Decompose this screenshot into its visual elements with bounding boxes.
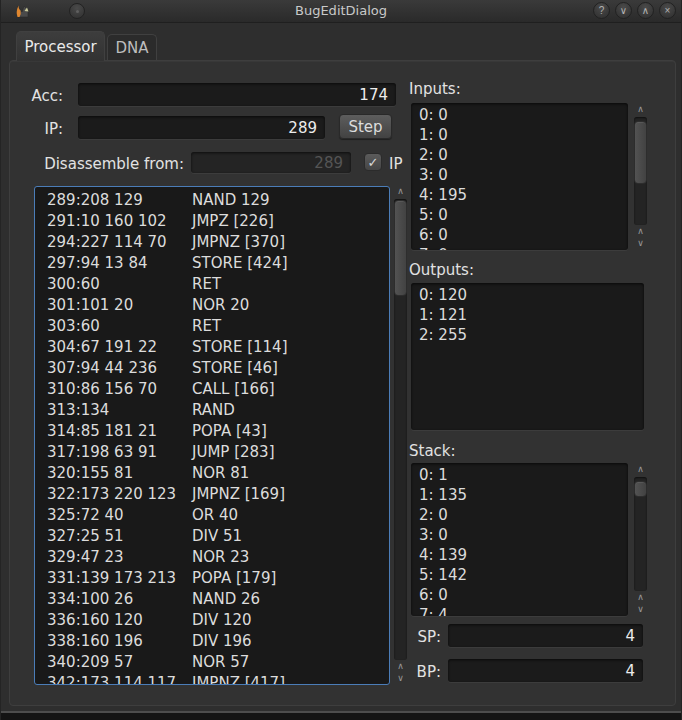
disassembly-bytes: 325:72 40 — [47, 506, 192, 527]
disassembly-bytes: 294:227 114 70 — [47, 233, 192, 254]
scrollbar-thumb[interactable] — [634, 121, 647, 184]
stack-item[interactable]: 1: 135 — [419, 486, 620, 506]
close-button[interactable]: × — [659, 2, 676, 19]
tab-dna[interactable]: DNA — [107, 34, 157, 61]
disassembly-row[interactable]: 310:86 156 70 CALL [166] — [47, 380, 389, 401]
tab-processor[interactable]: Processor — [16, 31, 105, 61]
inputs-item[interactable]: 4: 195 — [419, 186, 620, 206]
ip-checkbox[interactable]: ✓ — [364, 153, 382, 171]
disassembly-row[interactable]: 327:25 51 DIV 51 — [47, 527, 389, 548]
inputs-item[interactable]: 1: 0 — [419, 126, 620, 146]
disassembly-bytes: 307:94 44 236 — [47, 359, 192, 380]
disassembly-row[interactable]: 340:209 57 NOR 57 — [47, 653, 389, 674]
disassembly-row[interactable]: 336:160 120 DIV 120 — [47, 611, 389, 632]
sp-label: SP: — [406, 628, 441, 646]
disassembly-mnemonic: NAND 26 — [192, 590, 389, 611]
outputs-item[interactable]: 0: 120 — [419, 286, 636, 306]
outputs-label: Outputs: — [409, 261, 474, 279]
inputs-item[interactable]: 7: 0 — [419, 246, 620, 250]
maximize-button[interactable]: ∧ — [637, 2, 654, 19]
disassembly-bytes: 303:60 — [47, 317, 192, 338]
disassembly-row[interactable]: 342:173 114 117 JMPNZ [417] — [47, 674, 389, 685]
outputs-item[interactable]: 1: 121 — [419, 306, 636, 326]
scroll-up-icon[interactable]: ∧ — [633, 104, 648, 116]
inputs-item[interactable]: 0: 0 — [419, 106, 620, 126]
check-icon: ✓ — [368, 156, 379, 169]
acc-field[interactable] — [78, 83, 396, 106]
stack-item[interactable]: 6: 0 — [419, 586, 620, 606]
scroll-up-icon[interactable]: ∧ — [393, 186, 408, 198]
scrollbar-track[interactable] — [394, 199, 407, 660]
help-button[interactable]: ? — [593, 2, 610, 19]
scrollbar-thumb[interactable] — [634, 481, 647, 497]
step-button[interactable]: Step — [339, 114, 392, 139]
disassembly-row[interactable]: 303:60 RET — [47, 317, 389, 338]
stack-scrollbar[interactable]: ∧ ∧ ∨ — [633, 464, 648, 616]
stack-item[interactable]: 5: 142 — [419, 566, 620, 586]
disassembly-row[interactable]: 325:72 40 OR 40 — [47, 506, 389, 527]
disassembly-mnemonic: RAND — [192, 401, 389, 422]
scrollbar-thumb[interactable] — [394, 200, 407, 296]
disassembly-bytes: 314:85 181 21 — [47, 422, 192, 443]
disassembly-row[interactable]: 331:139 173 213 POPA [179] — [47, 569, 389, 590]
scroll-up-icon[interactable]: ∧ — [633, 226, 648, 238]
disassembly-row[interactable]: 289:208 129 NAND 129 — [47, 191, 389, 212]
minimize-button[interactable]: ∨ — [615, 2, 632, 19]
stack-item[interactable]: 2: 0 — [419, 506, 620, 526]
disassembly-bytes: 313:134 — [47, 401, 192, 422]
disassembly-row[interactable]: 317:198 63 91 JUMP [283] — [47, 443, 389, 464]
disassembly-bytes: 304:67 191 22 — [47, 338, 192, 359]
stack-item[interactable]: 4: 139 — [419, 546, 620, 566]
disassemble-from-field — [191, 152, 351, 173]
stack-item[interactable]: 0: 1 — [419, 466, 620, 486]
inputs-item[interactable]: 6: 0 — [419, 226, 620, 246]
disassembly-row[interactable]: 300:60 RET — [47, 275, 389, 296]
disassembly-row[interactable]: 291:10 160 102 JMPZ [226] — [47, 212, 389, 233]
ip-field[interactable] — [78, 116, 325, 139]
disassembly-mnemonic: DIV 196 — [192, 632, 389, 653]
scroll-up-icon[interactable]: ∧ — [633, 464, 648, 476]
disassembly-row[interactable]: 297:94 13 84 STORE [424] — [47, 254, 389, 275]
disassembly-mnemonic: OR 40 — [192, 506, 389, 527]
window-bottom-shadow — [1, 713, 681, 720]
scrollbar-track[interactable] — [634, 477, 647, 591]
disassembly-bytes: 289:208 129 — [47, 191, 192, 212]
scroll-down-icon[interactable]: ∨ — [633, 238, 648, 250]
disassembly-scrollbar[interactable]: ∧ ∧ ∨ — [393, 186, 408, 685]
inputs-scrollbar[interactable]: ∧ ∧ ∨ — [633, 104, 648, 250]
scroll-down-icon[interactable]: ∨ — [633, 604, 648, 616]
disassembly-row[interactable]: 338:160 196 DIV 196 — [47, 632, 389, 653]
disassembly-bytes: 317:198 63 91 — [47, 443, 192, 464]
disassembly-mnemonic: JMPNZ [169] — [192, 485, 389, 506]
titlebar[interactable]: BugEditDialog ? ∨ ∧ × — [1, 0, 681, 23]
disassembly-mnemonic: STORE [424] — [192, 254, 389, 275]
inputs-item[interactable]: 2: 0 — [419, 146, 620, 166]
disassembly-mnemonic: POPA [179] — [192, 569, 389, 590]
stack-item[interactable]: 3: 0 — [419, 526, 620, 546]
window-title: BugEditDialog — [1, 3, 681, 18]
stack-list[interactable]: 0: 11: 1352: 03: 04: 1395: 1426: 07: 4 — [411, 463, 628, 616]
inputs-item[interactable]: 3: 0 — [419, 166, 620, 186]
scroll-up-icon[interactable]: ∧ — [633, 592, 648, 604]
disassembly-list[interactable]: 289:208 129 NAND 129 291:10 160 102 JMPZ… — [34, 186, 390, 685]
disassembly-row[interactable]: 313:134 RAND — [47, 401, 389, 422]
outputs-item[interactable]: 2: 255 — [419, 326, 636, 346]
disassembly-row[interactable]: 314:85 181 21 POPA [43] — [47, 422, 389, 443]
outputs-list[interactable]: 0: 1201: 1212: 255 — [411, 283, 644, 430]
disassembly-bytes: 329:47 23 — [47, 548, 192, 569]
disassembly-row[interactable]: 294:227 114 70 JMPNZ [370] — [47, 233, 389, 254]
inputs-list[interactable]: 0: 01: 02: 03: 04: 1955: 06: 07: 0 — [411, 103, 628, 250]
stack-item[interactable]: 7: 4 — [419, 606, 620, 616]
sp-field[interactable] — [448, 624, 643, 647]
disassembly-row[interactable]: 304:67 191 22 STORE [114] — [47, 338, 389, 359]
disassembly-mnemonic: JMPNZ [370] — [192, 233, 389, 254]
disassembly-row[interactable]: 322:173 220 123 JMPNZ [169] — [47, 485, 389, 506]
disassembly-row[interactable]: 307:94 44 236 STORE [46] — [47, 359, 389, 380]
scrollbar-track[interactable] — [634, 117, 647, 225]
disassembly-row[interactable]: 334:100 26 NAND 26 — [47, 590, 389, 611]
inputs-item[interactable]: 5: 0 — [419, 206, 620, 226]
disassembly-row[interactable]: 329:47 23 NOR 23 — [47, 548, 389, 569]
bp-field[interactable] — [448, 659, 643, 682]
disassembly-row[interactable]: 301:101 20 NOR 20 — [47, 296, 389, 317]
disassembly-row[interactable]: 320:155 81 NOR 81 — [47, 464, 389, 485]
